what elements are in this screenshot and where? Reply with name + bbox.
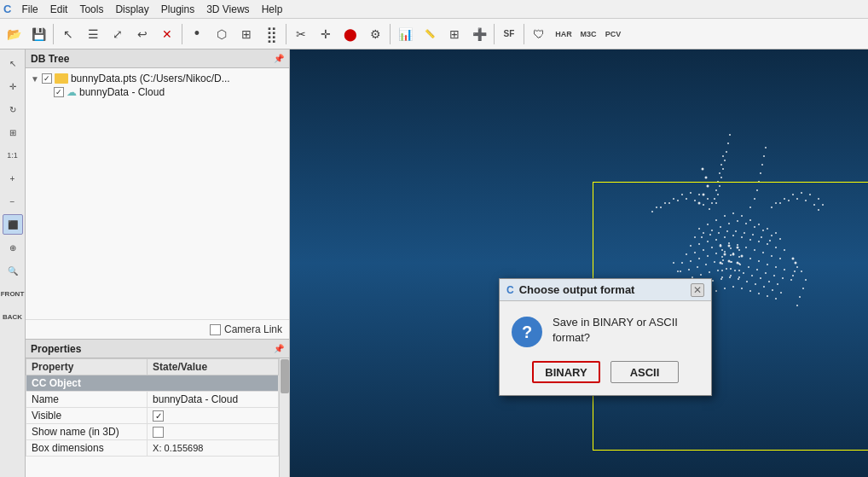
svg-point-178 bbox=[779, 202, 781, 204]
add-button[interactable]: ➕ bbox=[467, 22, 491, 46]
svg-point-79 bbox=[775, 266, 777, 268]
svg-point-71 bbox=[707, 255, 709, 257]
delete-button[interactable]: ✕ bbox=[155, 22, 179, 46]
tree-item-cloud[interactable]: ▶ ✓ ☁ bunnyData - Cloud bbox=[43, 85, 286, 99]
add-cross-icon[interactable]: ⊕ bbox=[3, 237, 23, 258]
svg-point-14 bbox=[728, 223, 730, 224]
svg-point-144 bbox=[701, 236, 703, 238]
svg-point-29 bbox=[729, 134, 731, 136]
menu-3dviews[interactable]: 3D Views bbox=[201, 2, 254, 17]
svg-point-191 bbox=[698, 202, 701, 205]
menu-help[interactable]: Help bbox=[257, 2, 288, 17]
db-tree-pin[interactable]: 📌 bbox=[274, 54, 284, 63]
list-button[interactable]: ☰ bbox=[81, 22, 105, 46]
scale-icon[interactable]: ⊞ bbox=[3, 122, 23, 143]
magnify-icon[interactable]: 🔍 bbox=[3, 260, 23, 281]
camera-link-checkbox[interactable] bbox=[210, 324, 221, 335]
svg-point-49 bbox=[732, 235, 734, 236]
menu-plugins[interactable]: Plugins bbox=[156, 2, 200, 17]
svg-point-82 bbox=[688, 269, 690, 270]
svg-point-174 bbox=[818, 198, 819, 200]
chart-button[interactable]: 📊 bbox=[393, 22, 417, 46]
dialog: C Choose output format ✕ ? Save in BINAR… bbox=[499, 278, 712, 396]
svg-point-33 bbox=[719, 172, 720, 174]
svg-point-153 bbox=[656, 207, 657, 208]
svg-point-11 bbox=[703, 232, 704, 234]
move-button[interactable]: ⤢ bbox=[106, 22, 130, 46]
svg-point-164 bbox=[677, 200, 679, 201]
plus-icon[interactable]: + bbox=[3, 168, 23, 189]
svg-point-192 bbox=[703, 194, 705, 196]
svg-point-156 bbox=[681, 194, 683, 195]
tree-arrow-root: ▼ bbox=[31, 74, 39, 84]
svg-point-61 bbox=[728, 242, 730, 244]
svg-point-167 bbox=[703, 204, 704, 206]
cursor-button[interactable]: ↖ bbox=[56, 22, 80, 46]
props-property-showname: Show name (in 3D) bbox=[26, 424, 148, 440]
props-property-name: Name bbox=[26, 392, 148, 408]
pointer-icon[interactable]: ↖ bbox=[3, 53, 23, 73]
svg-point-38 bbox=[756, 189, 758, 191]
layer-icon[interactable]: ⬛ bbox=[3, 214, 23, 235]
front-label[interactable]: FRONT bbox=[3, 283, 23, 304]
menu-edit[interactable]: Edit bbox=[45, 2, 73, 17]
menu-file[interactable]: File bbox=[16, 2, 43, 17]
scissors-button[interactable]: ✂ bbox=[289, 22, 313, 46]
point-button[interactable]: • bbox=[185, 22, 209, 46]
tree-item-root[interactable]: ▼ ✓ bunnyData.pts (C:/Users/Nikoc/D... bbox=[29, 72, 286, 85]
svg-point-203 bbox=[730, 261, 732, 263]
svg-point-26 bbox=[724, 160, 726, 161]
tree-checkbox-cloud[interactable]: ✓ bbox=[54, 87, 64, 97]
showname-checkbox[interactable] bbox=[153, 427, 164, 438]
svg-point-48 bbox=[724, 236, 726, 238]
cloud-icon: ☁ bbox=[67, 86, 77, 98]
svg-point-53 bbox=[767, 243, 768, 245]
menu-display[interactable]: Display bbox=[110, 2, 153, 17]
sep5 bbox=[494, 24, 495, 44]
svg-point-102 bbox=[743, 272, 744, 274]
back-button[interactable]: ↩ bbox=[130, 22, 154, 46]
properties-scrollbar[interactable] bbox=[279, 358, 289, 477]
tree-checkbox-root[interactable]: ✓ bbox=[42, 73, 52, 84]
svg-point-162 bbox=[660, 207, 662, 208]
svg-point-138 bbox=[724, 253, 726, 256]
settings-button[interactable]: ⚙ bbox=[363, 22, 387, 46]
ratio-icon[interactable]: 1:1 bbox=[3, 145, 23, 166]
grid3-button[interactable]: ⊞ bbox=[443, 22, 466, 46]
har-button[interactable]: HAR bbox=[552, 22, 576, 46]
filter-button[interactable]: ⊞ bbox=[234, 22, 258, 46]
svg-point-176 bbox=[818, 209, 819, 211]
shield-button[interactable]: 🛡 bbox=[527, 22, 551, 46]
minus-icon[interactable]: − bbox=[3, 191, 23, 212]
m3c2-button[interactable]: M3C bbox=[576, 22, 600, 46]
pcvi-button[interactable]: PCV bbox=[601, 22, 625, 46]
menu-tools[interactable]: Tools bbox=[74, 2, 108, 17]
rotate-icon[interactable]: ↻ bbox=[3, 99, 23, 119]
svg-point-128 bbox=[724, 288, 726, 289]
transform-button[interactable]: ✛ bbox=[314, 22, 338, 46]
svg-point-0 bbox=[698, 228, 700, 230]
open-button[interactable]: 📂 bbox=[2, 22, 26, 46]
grid2-button[interactable]: ⣿ bbox=[259, 22, 283, 46]
svg-point-72 bbox=[715, 253, 717, 254]
ascii-button[interactable]: ASCII bbox=[610, 361, 679, 383]
svg-point-93 bbox=[782, 277, 784, 279]
translate-icon[interactable]: ✛ bbox=[3, 76, 23, 96]
mesh-button[interactable]: ⬡ bbox=[210, 22, 234, 46]
save-button[interactable]: 💾 bbox=[26, 22, 50, 46]
binary-button[interactable]: BINARY bbox=[532, 361, 600, 383]
visible-checkbox[interactable]: ✓ bbox=[153, 410, 164, 422]
properties-pin[interactable]: 📌 bbox=[274, 344, 284, 353]
viewport[interactable]: C Choose output format ✕ ? Save in BINAR… bbox=[290, 49, 868, 477]
svg-point-188 bbox=[802, 288, 804, 289]
ruler-button[interactable]: 📏 bbox=[418, 22, 442, 46]
back-label[interactable]: BACK bbox=[3, 306, 23, 327]
svg-point-77 bbox=[758, 260, 760, 262]
dialog-message: Save in BINARY or ASCII format? bbox=[553, 315, 699, 346]
sf-button[interactable]: SF bbox=[497, 22, 521, 46]
paint-button[interactable]: ⬤ bbox=[339, 22, 362, 46]
db-tree-panel: DB Tree 📌 ▼ ✓ bunnyData.pts (C:/Users/Ni… bbox=[26, 49, 289, 340]
svg-point-81 bbox=[680, 270, 681, 272]
svg-point-68 bbox=[681, 262, 683, 264]
dialog-close-button[interactable]: ✕ bbox=[691, 283, 704, 297]
